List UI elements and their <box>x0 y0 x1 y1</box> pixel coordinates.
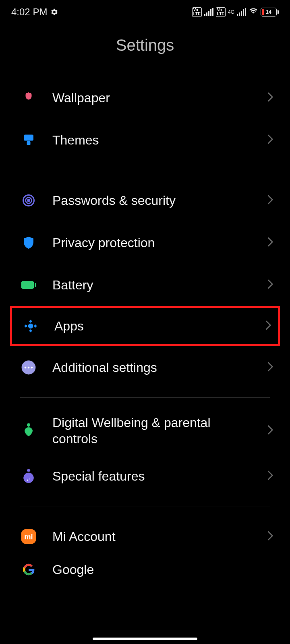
settings-item-battery[interactable]: Battery <box>0 264 290 306</box>
svg-rect-5 <box>21 281 34 289</box>
item-label: Special features <box>52 468 251 484</box>
svg-point-15 <box>29 478 30 479</box>
item-label: Battery <box>52 277 251 293</box>
page-title: Settings <box>0 24 290 76</box>
item-label: Apps <box>54 318 249 334</box>
item-label: Passwords & security <box>52 192 251 208</box>
svg-rect-6 <box>35 283 36 287</box>
settings-list: Wallpaper Themes Passwords & security Pr… <box>0 76 290 582</box>
home-indicator[interactable] <box>93 638 197 640</box>
google-icon <box>20 561 37 578</box>
svg-point-10 <box>31 366 33 368</box>
wallpaper-icon <box>20 89 37 106</box>
chevron-right-icon <box>265 320 272 332</box>
battery-icon: 14 <box>261 8 279 17</box>
settings-item-wellbeing[interactable]: Digital Wellbeing & parental controls <box>0 407 290 455</box>
settings-item-google[interactable]: Google <box>0 557 290 582</box>
volte-icon-2: VoLTE <box>216 7 226 17</box>
flask-icon <box>20 468 37 485</box>
section-divider <box>20 170 270 170</box>
settings-item-wallpaper[interactable]: Wallpaper <box>0 76 290 119</box>
settings-item-privacy[interactable]: Privacy protection <box>0 221 290 264</box>
chevron-right-icon <box>267 194 274 207</box>
mi-icon: mi <box>20 528 37 545</box>
chevron-right-icon <box>267 530 274 543</box>
chevron-right-icon <box>267 236 274 249</box>
wifi-icon <box>249 6 258 18</box>
themes-icon <box>20 132 37 149</box>
svg-rect-0 <box>24 134 33 140</box>
settings-item-apps[interactable]: Apps <box>10 306 280 346</box>
svg-point-14 <box>27 479 28 481</box>
settings-item-passwords[interactable]: Passwords & security <box>0 179 290 221</box>
settings-item-miaccount[interactable]: mi Mi Account <box>0 515 290 557</box>
svg-rect-1 <box>27 141 31 145</box>
battery-item-icon <box>20 277 37 293</box>
item-label: Additional settings <box>52 359 251 376</box>
svg-text:mi: mi <box>24 532 33 541</box>
section-divider <box>20 506 270 506</box>
item-label: Google <box>52 561 274 578</box>
svg-point-4 <box>28 199 30 201</box>
chevron-right-icon <box>267 279 274 291</box>
network-type: 4G <box>228 10 234 14</box>
chevron-right-icon <box>267 470 274 483</box>
status-bar: 4:02 PM VoLTE VoLTE 4G 14 <box>0 0 290 24</box>
status-time: 4:02 PM <box>11 6 47 18</box>
more-icon <box>20 359 37 376</box>
signal-icon-1 <box>204 8 213 16</box>
volte-icon-1: VoLTE <box>192 7 202 17</box>
item-label: Wallpaper <box>52 90 251 106</box>
item-label: Themes <box>52 132 251 148</box>
status-left: 4:02 PM <box>11 6 58 18</box>
item-label: Digital Wellbeing & parental controls <box>52 415 251 447</box>
fingerprint-icon <box>20 192 37 209</box>
section-divider <box>20 397 270 398</box>
shield-icon <box>20 234 37 251</box>
svg-point-13 <box>23 473 34 483</box>
svg-point-9 <box>28 366 30 368</box>
signal-icon-2 <box>237 8 246 16</box>
settings-item-special[interactable]: Special features <box>0 455 290 497</box>
battery-percent: 14 <box>266 9 271 15</box>
svg-point-11 <box>27 423 31 427</box>
settings-item-themes[interactable]: Themes <box>0 119 290 161</box>
item-label: Privacy protection <box>52 235 251 251</box>
item-label: Mi Account <box>52 528 251 545</box>
apps-icon <box>22 318 39 334</box>
svg-rect-12 <box>27 469 31 472</box>
chevron-right-icon <box>267 424 274 437</box>
status-right: VoLTE VoLTE 4G 14 <box>192 6 279 18</box>
chevron-right-icon <box>267 361 274 374</box>
svg-point-8 <box>25 366 27 368</box>
chevron-right-icon <box>267 134 274 147</box>
chevron-right-icon <box>267 91 274 104</box>
wellbeing-icon <box>20 422 37 439</box>
settings-item-additional[interactable]: Additional settings <box>0 346 290 388</box>
gear-icon <box>50 8 58 16</box>
